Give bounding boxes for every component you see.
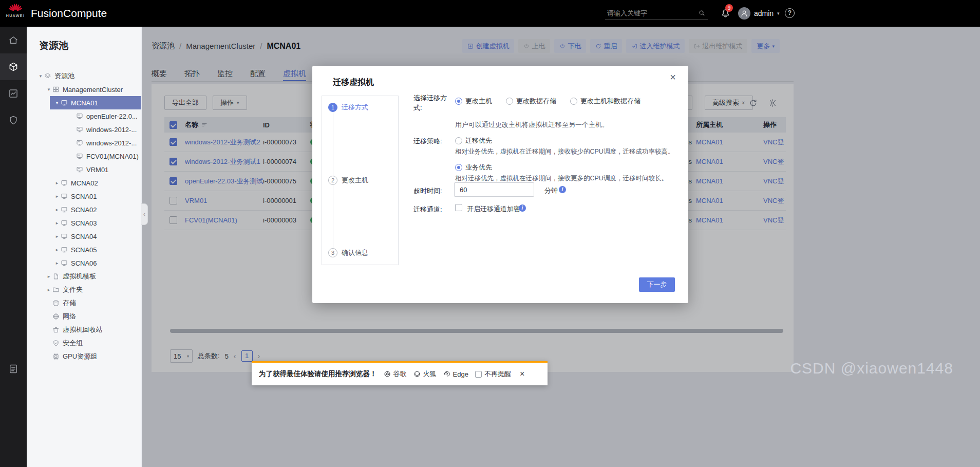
radio-icon[interactable] [570, 98, 577, 105]
tree-item-label: ManagementCluster [63, 86, 123, 94]
tree-item[interactable]: ▸MCNA02 [27, 176, 141, 190]
panel-collapse-handle[interactable]: ‹ [141, 203, 148, 225]
next-step-button[interactable]: 下一步 [639, 277, 675, 292]
tree-item[interactable]: windows-2012-... [27, 123, 141, 136]
tree-item-label: 存储 [63, 298, 76, 308]
rail-item-home[interactable] [0, 27, 27, 53]
info-icon[interactable]: i [519, 204, 526, 212]
rail-item-security[interactable] [0, 107, 27, 134]
expand-arrow-icon[interactable]: ▸ [53, 260, 61, 266]
user-menu[interactable]: admin [754, 0, 774, 27]
tree-item[interactable]: 存储 [27, 296, 141, 310]
left-rail [0, 27, 27, 467]
method-label: 选择迁移方式: [413, 93, 450, 113]
rail-item-monitoring[interactable] [0, 80, 27, 107]
tree-item[interactable]: VRM01 [27, 163, 141, 176]
search-icon[interactable] [698, 9, 706, 17]
browser-notice-bar: 为了获得最佳体验请使用推荐浏览器！ 谷歌火狐Edge 不再提醒 × [252, 361, 548, 385]
host-icon [61, 206, 68, 213]
migration-method-option[interactable]: 更改主机和数据存储 [570, 97, 640, 106]
tree-item[interactable]: ▸SCNA04 [27, 230, 141, 243]
expand-arrow-icon[interactable]: ▸ [53, 207, 61, 212]
browser-chrome[interactable]: 谷歌 [384, 369, 407, 379]
tree-item[interactable]: ▾ManagementCluster [27, 83, 141, 96]
timeout-input[interactable] [454, 182, 534, 197]
expand-arrow-icon[interactable]: ▸ [53, 220, 61, 226]
dismiss-option[interactable]: 不再提醒 [475, 369, 511, 379]
expand-arrow-icon[interactable]: ▸ [53, 194, 61, 199]
expand-arrow-icon[interactable]: ▸ [45, 274, 52, 279]
avatar[interactable] [738, 7, 750, 20]
tree-item-label: windows-2012-... [86, 139, 137, 147]
tree-item-label: 安全组 [63, 339, 83, 348]
tree-item[interactable]: windows-2012-... [27, 136, 141, 150]
migration-strategy-option[interactable]: 业务优先 [455, 163, 674, 172]
tree-item[interactable]: ▾MCNA01 [50, 96, 141, 109]
tree-item-label: MCNA02 [71, 179, 98, 187]
rail-item-resources[interactable] [0, 53, 27, 80]
logo-text: HUAWEI [5, 14, 26, 17]
security-icon [8, 115, 18, 125]
tree-item[interactable]: ▸虚拟机模板 [27, 270, 141, 283]
search-input[interactable] [607, 9, 698, 17]
tree-item[interactable]: ▾资源池 [27, 69, 141, 83]
tree-item[interactable]: 虚拟机回收站 [27, 323, 141, 337]
gpu-icon [52, 353, 60, 360]
tree-item-label: SCNA04 [71, 233, 97, 240]
migration-method-option[interactable]: 更改主机 [455, 97, 492, 106]
tree-item[interactable]: FCV01(MCNA01) [27, 150, 141, 163]
close-icon[interactable]: × [520, 369, 524, 379]
expand-arrow-icon[interactable]: ▸ [53, 247, 61, 252]
close-icon[interactable]: × [667, 71, 679, 83]
monitoring-icon [8, 88, 18, 99]
expand-arrow-icon[interactable]: ▸ [45, 287, 52, 292]
step-label: 确认信息 [342, 248, 368, 257]
info-icon[interactable]: i [559, 186, 566, 193]
tree-item[interactable]: GPU资源组 [27, 350, 141, 363]
tree-item[interactable]: ▸SCNA06 [27, 256, 141, 270]
tree-item[interactable]: ▸文件夹 [27, 283, 141, 296]
tree-item[interactable]: 网络 [27, 310, 141, 323]
channel-encrypt-checkbox[interactable] [455, 204, 462, 211]
radio-icon[interactable] [455, 137, 462, 144]
expand-arrow-icon[interactable]: ▸ [53, 180, 61, 185]
host-icon [61, 259, 68, 267]
help-icon[interactable]: ? [785, 8, 795, 18]
browser-edge[interactable]: Edge [443, 370, 468, 378]
collapse-arrow-icon[interactable]: ▾ [45, 87, 52, 92]
browser-firefox[interactable]: 火狐 [413, 369, 437, 379]
dismiss-checkbox[interactable] [475, 371, 482, 378]
tree-item[interactable]: openEuler-22.0... [27, 109, 141, 123]
tree-item-label: GPU资源组 [63, 352, 97, 361]
tree-item[interactable]: ▸SCNA05 [27, 243, 141, 256]
wizard-step-3[interactable]: 3确认信息 [328, 248, 368, 257]
migration-strategy-option[interactable]: 迁移优先 [455, 136, 674, 145]
notice-message: 为了获得最佳体验请使用推荐浏览器！ [259, 369, 377, 379]
tree-item[interactable]: ▸SCNA01 [27, 190, 141, 203]
migrate-vm-dialog: 迁移虚拟机 × 1迁移方式2更改主机3确认信息 选择迁移方式: 更改主机更改数据… [312, 66, 688, 303]
migration-method-option[interactable]: 更改数据存储 [506, 97, 556, 106]
migration-method-radios: 更改主机更改数据存储更改主机和数据存储 [455, 97, 640, 106]
radio-icon[interactable] [455, 164, 462, 171]
vm-icon [76, 153, 83, 160]
csdn-watermark: CSDN @xiaowen1448 [790, 360, 953, 377]
firefox-icon [413, 370, 421, 378]
host-icon [61, 99, 68, 106]
radio-icon[interactable] [455, 98, 462, 105]
collapse-arrow-icon[interactable]: ▾ [53, 100, 61, 105]
wizard-step-2[interactable]: 2更改主机 [328, 176, 368, 185]
tree-item[interactable]: ▸SCNA03 [27, 216, 141, 230]
radio-icon[interactable] [506, 98, 513, 105]
collapse-arrow-icon[interactable]: ▾ [37, 73, 44, 79]
tree-item[interactable]: ▸SCNA02 [27, 203, 141, 216]
expand-arrow-icon[interactable]: ▸ [53, 234, 61, 239]
rail-item-logs[interactable] [0, 356, 27, 382]
tree-item-label: SCNA02 [71, 206, 97, 214]
huawei-logo: HUAWEI [5, 3, 26, 17]
method-hint: 用户可以通过更改主机将虚拟机迁移至另一个主机。 [455, 120, 609, 129]
wizard-step-1[interactable]: 1迁移方式 [328, 103, 368, 112]
tree-item-label: 资源池 [54, 71, 74, 81]
strategy-label: 迁移策略: [413, 136, 442, 146]
tree-item[interactable]: 安全组 [27, 337, 141, 350]
global-search[interactable] [605, 7, 708, 20]
